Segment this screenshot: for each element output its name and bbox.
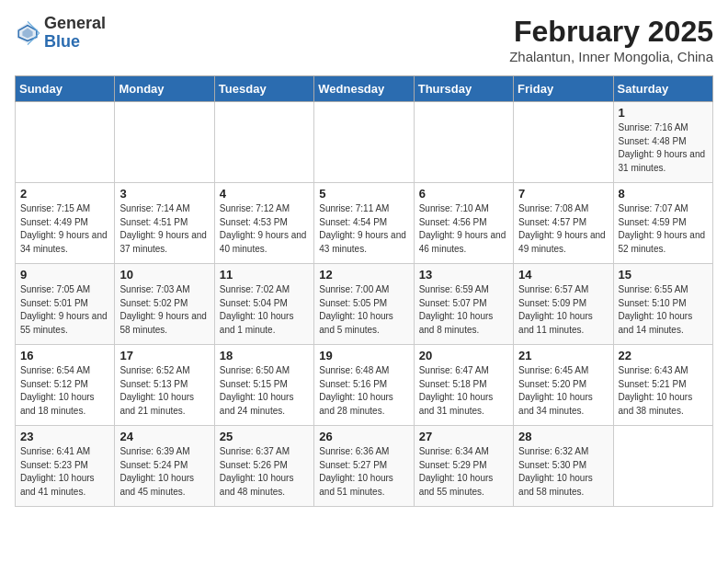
calendar-cell: 16Sunrise: 6:54 AM Sunset: 5:12 PM Dayli… bbox=[16, 345, 115, 426]
calendar-cell: 27Sunrise: 6:34 AM Sunset: 5:29 PM Dayli… bbox=[414, 426, 513, 507]
day-info: Sunrise: 7:16 AM Sunset: 4:48 PM Dayligh… bbox=[619, 121, 708, 175]
calendar-cell: 11Sunrise: 7:02 AM Sunset: 5:04 PM Dayli… bbox=[214, 264, 313, 345]
day-info: Sunrise: 6:36 AM Sunset: 5:27 PM Dayligh… bbox=[319, 445, 408, 499]
page-header: General Blue February 2025 Zhalantun, In… bbox=[15, 15, 713, 64]
day-number: 15 bbox=[619, 268, 708, 282]
logo-icon bbox=[15, 20, 40, 46]
logo: General Blue bbox=[15, 15, 106, 52]
calendar-cell: 1Sunrise: 7:16 AM Sunset: 4:48 PM Daylig… bbox=[613, 102, 712, 183]
day-info: Sunrise: 6:59 AM Sunset: 5:07 PM Dayligh… bbox=[419, 283, 508, 337]
day-number: 3 bbox=[119, 187, 209, 201]
day-number: 17 bbox=[119, 349, 209, 362]
day-number: 20 bbox=[419, 349, 508, 362]
weekday-header-wednesday: Wednesday bbox=[314, 76, 414, 102]
calendar-cell: 2Sunrise: 7:15 AM Sunset: 4:49 PM Daylig… bbox=[16, 183, 115, 264]
day-info: Sunrise: 7:10 AM Sunset: 4:56 PM Dayligh… bbox=[419, 202, 508, 256]
day-info: Sunrise: 7:08 AM Sunset: 4:57 PM Dayligh… bbox=[518, 202, 608, 256]
weekday-header-monday: Monday bbox=[115, 76, 214, 102]
day-number: 14 bbox=[518, 268, 608, 282]
weekday-header-sunday: Sunday bbox=[16, 76, 115, 102]
calendar-week-row: 16Sunrise: 6:54 AM Sunset: 5:12 PM Dayli… bbox=[16, 345, 713, 426]
logo-general-text: General bbox=[44, 14, 106, 32]
day-info: Sunrise: 7:07 AM Sunset: 4:59 PM Dayligh… bbox=[619, 202, 708, 256]
calendar-cell: 12Sunrise: 7:00 AM Sunset: 5:05 PM Dayli… bbox=[314, 264, 414, 345]
calendar-cell bbox=[414, 102, 513, 183]
day-info: Sunrise: 7:00 AM Sunset: 5:05 PM Dayligh… bbox=[319, 283, 408, 337]
calendar-subtitle: Zhalantun, Inner Mongolia, China bbox=[509, 49, 713, 64]
calendar-cell: 17Sunrise: 6:52 AM Sunset: 5:13 PM Dayli… bbox=[115, 345, 214, 426]
day-info: Sunrise: 6:52 AM Sunset: 5:13 PM Dayligh… bbox=[119, 364, 209, 418]
calendar-cell: 18Sunrise: 6:50 AM Sunset: 5:15 PM Dayli… bbox=[214, 345, 313, 426]
day-info: Sunrise: 6:37 AM Sunset: 5:26 PM Dayligh… bbox=[220, 445, 309, 499]
day-number: 9 bbox=[20, 268, 109, 282]
day-number: 26 bbox=[319, 430, 408, 443]
calendar-cell bbox=[514, 102, 613, 183]
calendar-cell: 15Sunrise: 6:55 AM Sunset: 5:10 PM Dayli… bbox=[613, 264, 712, 345]
day-number: 25 bbox=[220, 430, 309, 443]
day-number: 4 bbox=[220, 187, 309, 201]
calendar-table: SundayMondayTuesdayWednesdayThursdayFrid… bbox=[15, 75, 713, 507]
day-number: 10 bbox=[119, 268, 209, 282]
day-info: Sunrise: 6:41 AM Sunset: 5:23 PM Dayligh… bbox=[20, 445, 109, 499]
calendar-cell: 9Sunrise: 7:05 AM Sunset: 5:01 PM Daylig… bbox=[16, 264, 115, 345]
day-number: 5 bbox=[319, 187, 408, 201]
calendar-week-row: 23Sunrise: 6:41 AM Sunset: 5:23 PM Dayli… bbox=[16, 426, 713, 507]
calendar-cell: 26Sunrise: 6:36 AM Sunset: 5:27 PM Dayli… bbox=[314, 426, 414, 507]
calendar-cell: 28Sunrise: 6:32 AM Sunset: 5:30 PM Dayli… bbox=[514, 426, 613, 507]
day-number: 21 bbox=[518, 349, 608, 362]
day-number: 18 bbox=[220, 349, 309, 362]
calendar-cell: 10Sunrise: 7:03 AM Sunset: 5:02 PM Dayli… bbox=[115, 264, 214, 345]
day-number: 24 bbox=[119, 430, 209, 443]
day-info: Sunrise: 6:45 AM Sunset: 5:20 PM Dayligh… bbox=[518, 364, 608, 418]
title-block: February 2025 Zhalantun, Inner Mongolia,… bbox=[509, 15, 713, 64]
day-number: 19 bbox=[319, 349, 408, 362]
day-info: Sunrise: 7:03 AM Sunset: 5:02 PM Dayligh… bbox=[119, 283, 209, 337]
day-info: Sunrise: 6:43 AM Sunset: 5:21 PM Dayligh… bbox=[619, 364, 708, 418]
calendar-cell bbox=[314, 102, 414, 183]
day-number: 2 bbox=[20, 187, 109, 201]
calendar-body: 1Sunrise: 7:16 AM Sunset: 4:48 PM Daylig… bbox=[16, 102, 713, 507]
weekday-header-thursday: Thursday bbox=[414, 76, 513, 102]
calendar-cell: 25Sunrise: 6:37 AM Sunset: 5:26 PM Dayli… bbox=[214, 426, 313, 507]
calendar-cell: 3Sunrise: 7:14 AM Sunset: 4:51 PM Daylig… bbox=[115, 183, 214, 264]
day-info: Sunrise: 6:50 AM Sunset: 5:15 PM Dayligh… bbox=[220, 364, 309, 418]
calendar-week-row: 2Sunrise: 7:15 AM Sunset: 4:49 PM Daylig… bbox=[16, 183, 713, 264]
calendar-cell: 19Sunrise: 6:48 AM Sunset: 5:16 PM Dayli… bbox=[314, 345, 414, 426]
calendar-header: SundayMondayTuesdayWednesdayThursdayFrid… bbox=[16, 76, 713, 102]
day-number: 11 bbox=[220, 268, 309, 282]
calendar-cell: 7Sunrise: 7:08 AM Sunset: 4:57 PM Daylig… bbox=[514, 183, 613, 264]
calendar-title: February 2025 bbox=[509, 15, 713, 49]
day-info: Sunrise: 6:34 AM Sunset: 5:29 PM Dayligh… bbox=[419, 445, 508, 499]
day-info: Sunrise: 7:14 AM Sunset: 4:51 PM Dayligh… bbox=[119, 202, 209, 256]
day-info: Sunrise: 6:54 AM Sunset: 5:12 PM Dayligh… bbox=[20, 364, 109, 418]
day-info: Sunrise: 7:12 AM Sunset: 4:53 PM Dayligh… bbox=[220, 202, 309, 256]
day-number: 6 bbox=[419, 187, 508, 201]
weekday-header-tuesday: Tuesday bbox=[214, 76, 313, 102]
day-info: Sunrise: 7:05 AM Sunset: 5:01 PM Dayligh… bbox=[20, 283, 109, 337]
day-info: Sunrise: 6:47 AM Sunset: 5:18 PM Dayligh… bbox=[419, 364, 508, 418]
calendar-cell bbox=[214, 102, 313, 183]
calendar-cell: 24Sunrise: 6:39 AM Sunset: 5:24 PM Dayli… bbox=[115, 426, 214, 507]
day-number: 22 bbox=[619, 349, 708, 362]
calendar-cell: 22Sunrise: 6:43 AM Sunset: 5:21 PM Dayli… bbox=[613, 345, 712, 426]
day-number: 13 bbox=[419, 268, 508, 282]
day-number: 27 bbox=[419, 430, 508, 443]
calendar-cell: 6Sunrise: 7:10 AM Sunset: 4:56 PM Daylig… bbox=[414, 183, 513, 264]
calendar-cell bbox=[16, 102, 115, 183]
day-info: Sunrise: 6:39 AM Sunset: 5:24 PM Dayligh… bbox=[119, 445, 209, 499]
day-info: Sunrise: 6:57 AM Sunset: 5:09 PM Dayligh… bbox=[518, 283, 608, 337]
day-number: 23 bbox=[20, 430, 109, 443]
day-info: Sunrise: 6:48 AM Sunset: 5:16 PM Dayligh… bbox=[319, 364, 408, 418]
day-info: Sunrise: 7:15 AM Sunset: 4:49 PM Dayligh… bbox=[20, 202, 109, 256]
day-number: 8 bbox=[619, 187, 708, 201]
weekday-header-saturday: Saturday bbox=[613, 76, 712, 102]
calendar-week-row: 1Sunrise: 7:16 AM Sunset: 4:48 PM Daylig… bbox=[16, 102, 713, 183]
day-info: Sunrise: 7:02 AM Sunset: 5:04 PM Dayligh… bbox=[220, 283, 309, 337]
day-number: 16 bbox=[20, 349, 109, 362]
calendar-cell: 14Sunrise: 6:57 AM Sunset: 5:09 PM Dayli… bbox=[514, 264, 613, 345]
calendar-cell: 5Sunrise: 7:11 AM Sunset: 4:54 PM Daylig… bbox=[314, 183, 414, 264]
calendar-cell bbox=[613, 426, 712, 507]
day-info: Sunrise: 6:32 AM Sunset: 5:30 PM Dayligh… bbox=[518, 445, 608, 499]
calendar-cell: 4Sunrise: 7:12 AM Sunset: 4:53 PM Daylig… bbox=[214, 183, 313, 264]
day-number: 1 bbox=[619, 106, 708, 120]
